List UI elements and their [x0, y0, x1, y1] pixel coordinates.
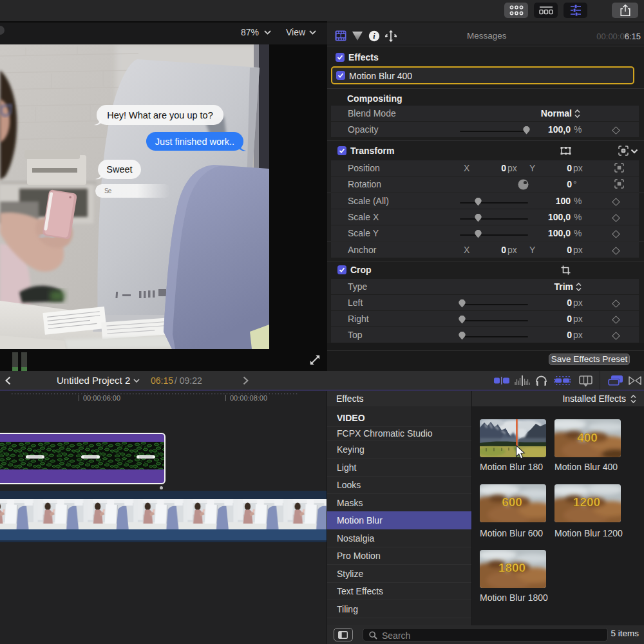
svg-text:i: i [373, 32, 375, 41]
svg-text:1200: 1200 [573, 495, 600, 509]
svg-text:400: 400 [577, 431, 598, 444]
svg-text:1800: 1800 [498, 561, 526, 574]
svg-text:600: 600 [502, 495, 522, 509]
